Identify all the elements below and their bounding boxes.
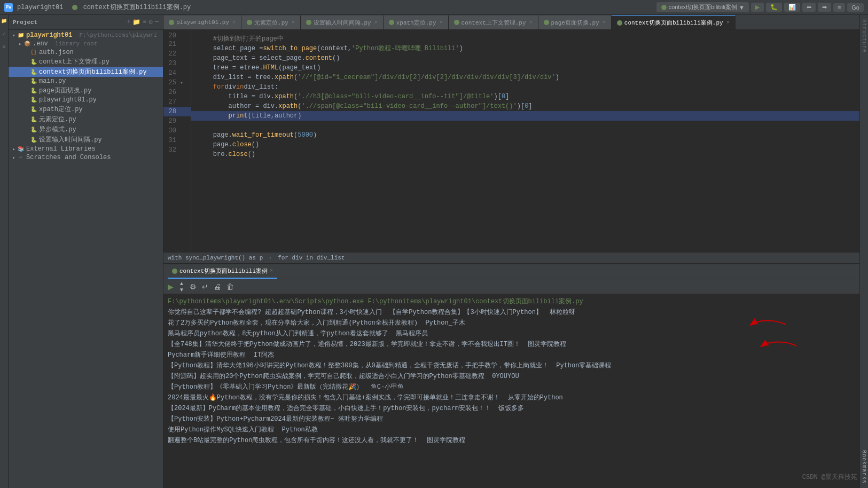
sidebar-title: Project	[13, 19, 37, 26]
folder-icon: 📦	[24, 40, 31, 48]
tree-item-env[interactable]: ▸ 📦 .env library root	[9, 40, 163, 48]
code-line-32: bro.close()	[198, 149, 853, 159]
tree-label: 设置输入时间间隔.py	[39, 135, 102, 144]
code-content[interactable]: #切换到新打开的page中 select_page = switch_to_pa…	[191, 30, 859, 252]
debug-button[interactable]: 🐛	[766, 3, 782, 12]
scratch-icon: ✂	[17, 154, 25, 161]
sidebar-new-file-icon[interactable]: +	[127, 18, 130, 26]
tree-item-scratches[interactable]: ▸ ✂ Scratches and Consoles	[9, 153, 163, 162]
file-tree: ▾ 📁 playwright01 F:\pythonitems\playwri …	[9, 30, 163, 488]
run-print-button[interactable]: 🖨	[212, 281, 223, 292]
tab-page-switch[interactable]: page页面切换.py ×	[538, 15, 612, 29]
back-button[interactable]: ⬅	[802, 3, 816, 12]
tab-close-icon[interactable]: ×	[529, 20, 533, 26]
coverage-button[interactable]: 📊	[784, 3, 800, 12]
forward-button[interactable]: ➡	[818, 3, 831, 12]
arrow-icon: ▸	[17, 41, 24, 47]
run-scroll-up-button[interactable]: ▲	[178, 280, 185, 286]
tab-input-delay[interactable]: 设置输入时间间隔.py ×	[301, 15, 384, 29]
run-settings-button[interactable]: ⚙	[187, 281, 199, 292]
run-config-button[interactable]: context切换页面bilibili案例 ▼	[656, 2, 749, 12]
tab-context-mgr[interactable]: context上下文管理.py ×	[449, 15, 538, 29]
tab-close-icon[interactable]: ×	[440, 20, 443, 26]
tree-label: page页面切换.py	[39, 86, 91, 95]
tab-element-loc[interactable]: 元素定位.py ×	[241, 15, 301, 29]
title-file-name: context切换页面bilibili案例.py	[72, 3, 191, 12]
tree-item-input-delay[interactable]: 🐍 设置输入时间间隔.py	[9, 135, 163, 145]
editor-content: 20 21 22 23	[163, 30, 859, 264]
run-tab-close-icon[interactable]: ×	[270, 268, 273, 274]
tree-item-main[interactable]: 🐍 main.py	[9, 77, 163, 85]
run-output-line: Pycharm新手详细使用教程 IT阿杰	[168, 350, 855, 360]
tree-sublabel: library root	[48, 41, 97, 47]
run-toolbar: ▶ ▲ ▼ ⚙ ↵ 🖨 🗑	[163, 279, 859, 294]
breadcrumb-sep: ›	[265, 255, 276, 261]
py-icon: 🐍	[30, 58, 37, 66]
tree-item-root[interactable]: ▾ 📁 playwright01 F:\pythonitems\playwri	[9, 31, 163, 40]
tree-item-elem-loc[interactable]: 🐍 元素定位.py	[9, 114, 163, 124]
run-wrap-button[interactable]: ↵	[200, 281, 210, 292]
code-line-25: for div in div_list:	[198, 82, 853, 92]
run-tab[interactable]: context切换页面bilibili案例 ×	[168, 265, 277, 279]
git-button[interactable]: Go	[847, 3, 864, 12]
tree-label: xpath定位.py	[39, 105, 83, 114]
tree-item-ext-libs[interactable]: ▸ 📚 External Libraries	[9, 145, 163, 153]
run-output[interactable]: F:\pythonitems\playwright01\.env\Scripts…	[163, 294, 859, 488]
tree-label: playwright01.py	[39, 96, 97, 104]
code-line-30: page.wait_for_timeout(5000)	[198, 130, 853, 140]
py-icon: 🐍	[30, 96, 37, 104]
red-arrow-1	[748, 317, 791, 333]
tab-close-icon[interactable]: ×	[292, 20, 295, 26]
breadcrumb-item: for div in div_list	[278, 255, 345, 261]
tree-item-async[interactable]: 🐍 异步模式.py	[9, 124, 163, 135]
tab-close-icon[interactable]: ×	[726, 20, 730, 26]
tree-label: 异步模式.py	[39, 125, 76, 134]
bookmarks-panel-label[interactable]: Bookmarks	[860, 446, 868, 488]
tab-close-icon[interactable]: ×	[232, 20, 236, 26]
sidebar-close-icon[interactable]: —	[155, 18, 159, 26]
run-output-line: 【Python教程】《零基础入门学习Python》最新版（完结撒花🎉） 鱼C-小…	[168, 382, 855, 392]
sidebar-header: Project + 📁 ≡ ⚙ —	[9, 15, 163, 30]
structure-panel-label[interactable]: Structure	[860, 15, 868, 57]
sidebar-collapse-icon[interactable]: ≡	[143, 18, 146, 26]
run-clear-button[interactable]: 🗑	[224, 281, 236, 292]
run-button[interactable]: ▶	[751, 3, 764, 12]
commit-icon[interactable]: ✓	[1, 30, 8, 37]
json-icon: {}	[30, 49, 37, 56]
more-button[interactable]: ≡	[833, 3, 845, 12]
project-icon[interactable]: 📁	[1, 17, 8, 25]
run-output-line: 你觉得自己这辈子都学不会编程? 超超超基础Python课程，3小时快速入门 【自…	[168, 307, 855, 318]
tab-playwright01[interactable]: playwright01.py ×	[163, 15, 241, 29]
csdn-watermark: CSDN @景天科技苑	[802, 473, 857, 482]
toolbar-right: context切换页面bilibili案例 ▼ ▶ 🐛 📊 ⬅ ➡ ≡ Go	[656, 2, 864, 12]
tree-item-page-switch[interactable]: 🐍 page页面切换.py	[9, 85, 163, 96]
tree-item-pw01[interactable]: 🐍 playwright01.py	[9, 96, 163, 104]
code-line-26: title = div.xpath('.//h3[@class="bili-vi…	[198, 92, 853, 101]
tab-xpath[interactable]: xpath定位.py ×	[384, 15, 449, 29]
structure-icon[interactable]: ≣	[1, 43, 8, 50]
run-rerun-button[interactable]: ▶	[166, 281, 176, 292]
sidebar-new-folder-icon[interactable]: 📁	[132, 18, 140, 26]
arrow-icon: ▸	[11, 146, 17, 152]
tree-label: playwright01	[26, 32, 72, 39]
run-output-with-arrow: 花了2万多买的Python教程全套，现在分享给大家，入门到精通(Python全栈…	[168, 318, 855, 328]
sidebar-header-icons: + 📁 ≡ ⚙ —	[127, 18, 159, 26]
tab-close-icon[interactable]: ×	[603, 20, 606, 26]
run-output-line: 【Python教程】清华大佬196小时讲完的Python教程！整整300集，从0…	[168, 360, 855, 371]
sidebar-settings-icon[interactable]: ⚙	[149, 18, 153, 26]
code-line-20: #切换到新打开的page中	[198, 32, 853, 44]
tab-context-bili[interactable]: context切换页面bilibili案例.py ×	[612, 15, 736, 29]
tab-close-icon[interactable]: ×	[374, 20, 378, 26]
py-icon: 🐍	[30, 87, 37, 95]
run-output-line: 【Python安装】Python+Pycharm2024最新的安装教程~ 落叶努…	[168, 414, 855, 424]
run-scroll-down-button[interactable]: ▼	[178, 287, 185, 293]
tree-item-auth[interactable]: {} auth.json	[9, 48, 163, 57]
tree-item-context-bili[interactable]: 🐍 context切换页面bilibili案例.py	[9, 67, 163, 77]
code-line-22: page_text = select_page.content()	[198, 53, 853, 63]
tree-item-xpath[interactable]: 🐍 xpath定位.py	[9, 104, 163, 114]
svg-point-0	[72, 5, 77, 10]
tree-item-context-mgr[interactable]: 🐍 context上下文管理.py	[9, 57, 163, 67]
code-line-24: div_list = tree.xpath('//*[@id="i_cecrea…	[198, 73, 853, 82]
run-tab-bar: context切换页面bilibili案例 ×	[163, 264, 859, 279]
activity-bar: 📁 ✓ ≣	[0, 15, 9, 488]
